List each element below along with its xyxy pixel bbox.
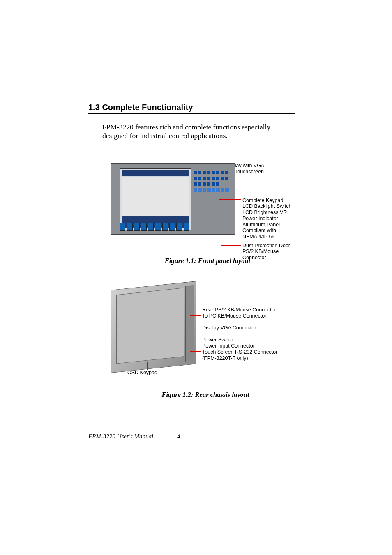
keypad-row [194, 188, 229, 192]
leader-line [221, 245, 241, 246]
leader-line [190, 309, 201, 309]
leader-line [190, 344, 201, 344]
keypad-row [194, 182, 220, 186]
body-paragraph: FPM-3220 features rich and complete func… [102, 123, 291, 140]
callout-dust-door: Dust Protection Door [242, 243, 290, 249]
keypad-row [194, 177, 229, 180]
page-footer: FPM-3220 User's Manual 4 [88, 433, 295, 440]
callout-to-pc: To PC KB/Mouse Connector [202, 313, 277, 319]
figure-1-2: Rear PS/2 KB/Mouse Connector To PC KB/Mo… [107, 286, 304, 399]
leader-line [190, 315, 201, 316]
leader-line [190, 338, 201, 338]
callout-complete-keypad: Complete Keypad [242, 198, 292, 204]
front-panel-lower-callouts: Dust Protection Door PS/2 KB/Mouse Conne… [242, 243, 290, 261]
callout-rear-ps2: Rear PS/2 KB/Mouse Connector [202, 307, 277, 313]
footer-manual-title: FPM-3220 User's Manual [88, 433, 153, 440]
section-number: 1.3 [88, 103, 100, 112]
leader-line [190, 351, 201, 352]
leader-line [219, 212, 241, 212]
leader-line [219, 218, 241, 218]
leader-line [233, 224, 241, 224]
callout-power-indicator: Power Indicator [242, 216, 292, 222]
rear-chassis-image [111, 281, 196, 373]
callout-power-switch: Power Switch [202, 337, 277, 343]
callout-nema: NEMA 4/IP 65 [242, 234, 292, 240]
callout-ps2: PS/2 KB/Mouse [242, 249, 290, 255]
section-heading: 1.3 Complete Functionality [88, 103, 295, 114]
callout-model-note: (FPM-3220T-T only) [202, 355, 277, 362]
keypad-row [194, 171, 229, 174]
callout-osd-keypad: OSD Keypad [127, 370, 157, 375]
leader-line [190, 325, 201, 325]
rear-chassis-callouts: Rear PS/2 KB/Mouse Connector To PC KB/Mo… [202, 307, 277, 362]
section-title: Complete Functionality [102, 103, 193, 112]
callout-compliant: Compliant with [242, 228, 292, 234]
footer-page-number: 4 [177, 433, 180, 440]
front-panel-callouts: Complete Keypad LCD Backlight Switch LCD… [242, 198, 292, 240]
figure-1-2-caption: Figure 1.2: Rear chassis layout [107, 391, 304, 399]
callout-power-input: Power Input Connector [202, 343, 277, 349]
function-key-row [120, 223, 189, 231]
front-panel-image [111, 163, 235, 235]
callout-aluminum-panel: Aluminum Panel [242, 222, 292, 228]
leader-line [219, 206, 241, 206]
figure-1-1: 12.1" TFT LCD Display with VGA Interface… [111, 163, 304, 265]
callout-backlight-switch: LCD Backlight Switch [242, 203, 292, 210]
leader-line [219, 199, 241, 200]
callout-rs232: Touch Screen RS-232 Connector [202, 349, 277, 355]
callout-vga: Display VGA Connector [202, 325, 277, 331]
leader-line [147, 362, 148, 370]
lcd-screen-icon [120, 168, 191, 230]
callout-connector: Connector [242, 255, 290, 261]
callout-brightness-vr: LCD Brightness VR [242, 210, 292, 216]
